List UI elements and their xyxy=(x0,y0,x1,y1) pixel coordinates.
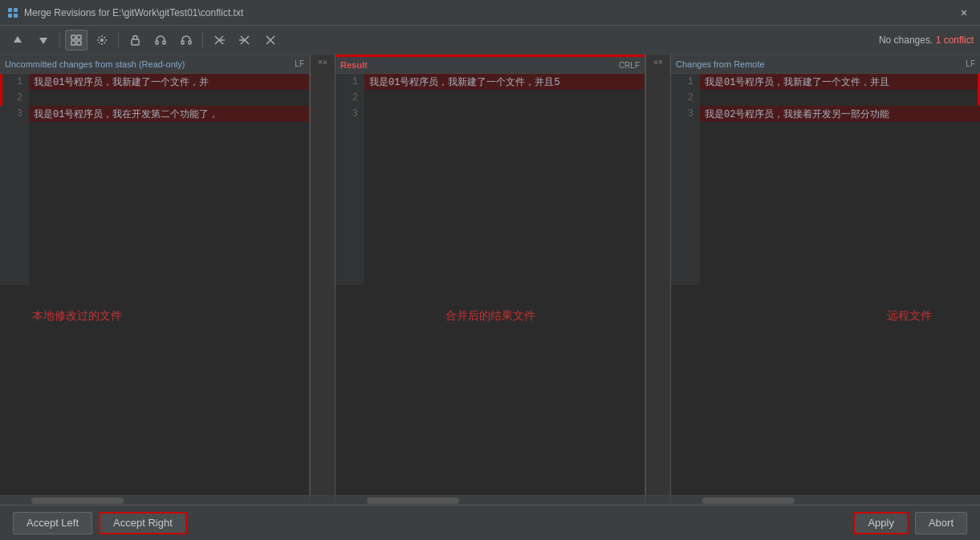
left-scrollbar[interactable] xyxy=(0,496,310,505)
sep1 xyxy=(59,32,60,48)
title-bar: Merge Revisions for E:\gitWork\gitTest01… xyxy=(0,0,980,26)
merge-right-2[interactable] xyxy=(646,71,670,87)
svg-rect-3 xyxy=(14,14,18,18)
result-line-3 xyxy=(364,106,645,122)
close-button[interactable]: ✕ xyxy=(954,3,974,22)
accept-left-button[interactable]: Accept Left xyxy=(13,512,92,534)
svg-rect-1 xyxy=(14,8,18,12)
svg-rect-15 xyxy=(189,41,191,44)
right-merge-gutter: «× xyxy=(645,55,671,495)
sep2 xyxy=(118,32,119,48)
apply-button[interactable]: Apply xyxy=(853,512,909,534)
right-line-3: 我是02号程序员，我接着开发另一部分功能 xyxy=(700,106,980,122)
svg-rect-0 xyxy=(8,8,12,12)
result-scrollbar-thumb[interactable] xyxy=(367,497,460,504)
scrollbar-row xyxy=(0,495,980,505)
headphones2-button[interactable] xyxy=(175,30,197,51)
gutter-scrollbar-right xyxy=(645,496,671,505)
panels-container: Uncommitted changes from stash (Read-onl… xyxy=(0,55,980,505)
right-annotation-area: 远程文件 xyxy=(671,285,980,496)
result-line-1: 我是01号程序员，我新建了一个文件，并且5 xyxy=(364,74,645,90)
right-line-1: 我是01号程序员，我新建了一个文件，并且 xyxy=(700,74,980,90)
right-panel: Changes from Remote LF 1 2 3 我是01号程序员，我新… xyxy=(671,55,980,495)
right-line-ending: LF xyxy=(966,59,975,68)
sep3 xyxy=(202,32,203,48)
right-line-numbers: 1 2 3 xyxy=(671,74,700,285)
left-line-3: 我是01号程序员，我在开发第二个功能了， xyxy=(29,106,309,122)
result-panel-title: Result xyxy=(340,60,368,70)
left-conflict-bar xyxy=(0,74,2,106)
accept-right-button[interactable]: Accept Right xyxy=(99,512,187,534)
result-line-numbers: 1 2 3 xyxy=(335,74,364,285)
prev-change-button[interactable] xyxy=(6,30,29,51)
app-icon xyxy=(6,6,19,19)
left-line-ending: LF xyxy=(295,59,304,68)
abort-button[interactable]: Abort xyxy=(915,512,967,534)
svg-rect-2 xyxy=(8,14,12,18)
left-line-numbers: 1 2 3 xyxy=(0,74,29,285)
merge-left-1[interactable]: ×» xyxy=(311,55,335,71)
left-panel-title: Uncommitted changes from stash (Read-onl… xyxy=(5,59,185,69)
toolbar-status: No changes. 1 conflict xyxy=(879,35,974,46)
result-annotation: 合并后的结果文件 xyxy=(445,309,535,323)
left-scrollbar-thumb[interactable] xyxy=(31,497,124,504)
right-scrollbar[interactable] xyxy=(671,496,980,505)
window-title: Merge Revisions for E:\gitWork\gitTest01… xyxy=(24,7,954,18)
view-toggle-button[interactable] xyxy=(65,30,87,51)
svg-rect-11 xyxy=(132,39,139,45)
right-scrollbar-thumb[interactable] xyxy=(702,497,795,504)
left-line-2 xyxy=(29,90,309,106)
svg-rect-9 xyxy=(77,41,81,45)
right-panel-content[interactable]: 1 2 3 我是01号程序员，我新建了一个文件，并且 我是02号程序员，我接着开… xyxy=(671,74,980,285)
left-annotation-area: 本地修改过的文件 xyxy=(0,285,309,496)
result-panel: Result CRLF 1 2 3 我是01号程序员，我新建了一个文件，并且5 xyxy=(335,55,645,495)
lock-button[interactable] xyxy=(124,30,146,51)
settings-button[interactable] xyxy=(91,30,113,51)
left-panel-header: Uncommitted changes from stash (Read-onl… xyxy=(0,55,309,74)
left-annotation: 本地修改过的文件 xyxy=(32,309,122,323)
result-panel-content[interactable]: 1 2 3 我是01号程序员，我新建了一个文件，并且5 xyxy=(335,74,645,285)
merge-right-3[interactable] xyxy=(646,87,670,103)
svg-rect-8 xyxy=(71,41,75,45)
result-annotation-area: 合并后的结果文件 xyxy=(335,285,645,496)
result-line-2 xyxy=(364,90,645,106)
result-code-area[interactable]: 我是01号程序员，我新建了一个文件，并且5 xyxy=(364,74,645,285)
bottom-bar: Accept Left Accept Right Apply Abort xyxy=(0,505,980,540)
next-change-button[interactable] xyxy=(32,30,55,51)
right-annotation: 远程文件 xyxy=(887,309,932,323)
gutter-scrollbar-left xyxy=(310,496,335,505)
svg-rect-14 xyxy=(181,41,184,44)
svg-rect-12 xyxy=(156,41,158,44)
left-line-1: 我是01号程序员，我新建了一个文件，并 xyxy=(29,74,309,90)
svg-marker-5 xyxy=(39,38,47,44)
headphones1-button[interactable] xyxy=(149,30,172,51)
result-scrollbar[interactable] xyxy=(335,496,645,505)
result-panel-header: Result CRLF xyxy=(335,55,645,74)
panels-wrapper: Uncommitted changes from stash (Read-onl… xyxy=(0,55,980,495)
right-line-2 xyxy=(700,90,980,106)
left-merge-gutter: ×» xyxy=(310,55,335,495)
right-panel-header: Changes from Remote LF xyxy=(671,55,980,74)
right-panel-title: Changes from Remote xyxy=(676,59,765,69)
merge-right-1[interactable]: «× xyxy=(646,55,670,71)
left-code-area[interactable]: 我是01号程序员，我新建了一个文件，并 我是01号程序员，我在开发第二个功能了， xyxy=(29,74,309,285)
svg-marker-4 xyxy=(14,36,22,43)
left-panel-content[interactable]: 1 2 3 我是01号程序员，我新建了一个文件，并 我是01号程序员，我在开发第… xyxy=(0,74,309,285)
cross3-button[interactable] xyxy=(259,30,282,51)
svg-rect-6 xyxy=(71,35,75,39)
toolbar: No changes. 1 conflict xyxy=(0,26,980,55)
result-line-ending: CRLF xyxy=(619,61,640,70)
cross1-button[interactable] xyxy=(208,30,230,51)
svg-point-10 xyxy=(100,39,104,42)
svg-rect-13 xyxy=(163,41,165,44)
merge-left-3[interactable] xyxy=(311,87,335,103)
left-panel: Uncommitted changes from stash (Read-onl… xyxy=(0,55,310,495)
right-code-area[interactable]: 我是01号程序员，我新建了一个文件，并且 我是02号程序员，我接着开发另一部分功… xyxy=(700,74,980,285)
merge-left-2[interactable] xyxy=(311,71,335,87)
svg-rect-7 xyxy=(77,35,81,39)
cross2-button[interactable] xyxy=(234,30,256,51)
